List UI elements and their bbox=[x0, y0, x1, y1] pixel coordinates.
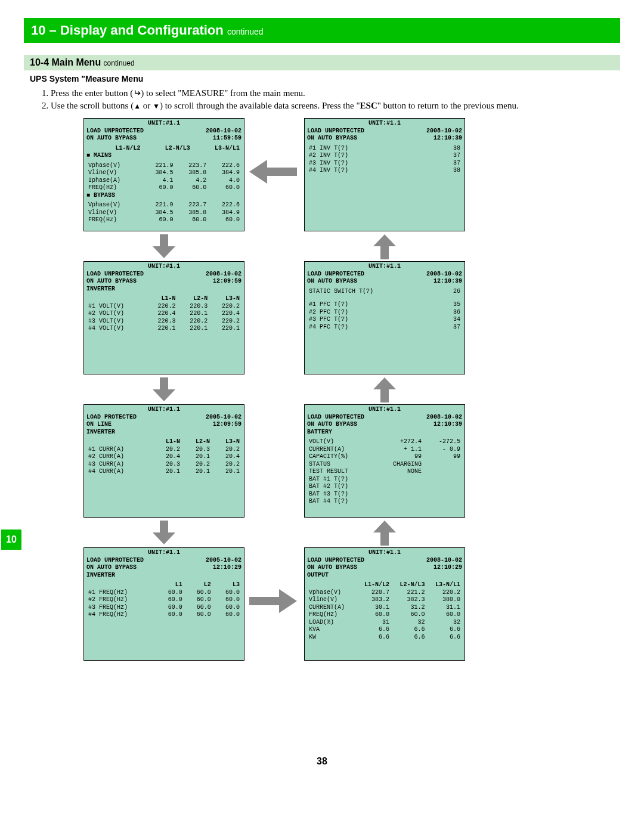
screen-inverter-freq: UNIT:#1.1 LOAD UNPROTECTED2005-10-02 ON … bbox=[83, 547, 244, 661]
subsection-number: 10-4 bbox=[30, 57, 49, 67]
screen-pfc-temp: UNIT:#1.1 LOAD UNPROTECTED2008-10-02 ON … bbox=[304, 261, 465, 374]
arrow-left-icon bbox=[249, 160, 297, 184]
down-triangle-icon: ▼ bbox=[153, 102, 160, 110]
screen-output: UNIT:#1.1 LOAD UNPROTECTED2008-10-02 ON … bbox=[304, 547, 465, 661]
screen-inverter-volt: UNIT:#1.1 LOAD UNPROTECTED2008-10-02 ON … bbox=[83, 261, 244, 374]
arrow-up-icon bbox=[370, 521, 400, 546]
up-triangle-icon: ▲ bbox=[134, 102, 141, 110]
arrow-up-icon bbox=[370, 234, 400, 259]
arrow-up-icon bbox=[370, 377, 400, 402]
arrow-down-icon bbox=[149, 521, 179, 546]
screen-mains-bypass: UNIT:#1.1 LOAD UNPROTECTED2008-10-02 ON … bbox=[83, 118, 244, 231]
arrow-down-icon bbox=[149, 377, 179, 402]
step-1: 1. Press the enter button (↵) to select … bbox=[42, 87, 620, 100]
enter-icon: ↵ bbox=[133, 87, 141, 100]
screen-battery: UNIT:#1.1 LOAD UNPROTECTED2008-10-02 ON … bbox=[304, 404, 465, 518]
section-title-text: Display and Configuration bbox=[60, 23, 224, 38]
continued-label: continued bbox=[227, 27, 264, 36]
subsection-title: Main Menu bbox=[51, 57, 101, 67]
section-number: 10 bbox=[31, 23, 45, 38]
screen-inv-temp: UNIT:#1.1 LOAD UNPROTECTED2008-10-02 ON … bbox=[304, 118, 465, 231]
section-title: 10 – Display and Configuration continued bbox=[24, 18, 620, 43]
step-2: 2. Use the scroll buttons (▲ or ▼) to sc… bbox=[42, 100, 620, 112]
screen-inverter-curr: UNIT:#1.1 LOAD PROTECTED2005-10-02 ON LI… bbox=[83, 404, 244, 518]
subsection-bar: 10-4 Main Menu continued bbox=[24, 55, 620, 70]
arrow-right-icon bbox=[249, 589, 297, 613]
side-tab: 10 bbox=[1, 529, 21, 550]
page-number: 38 bbox=[24, 756, 620, 767]
measure-menu-heading: UPS System "Measure Menu bbox=[30, 74, 620, 83]
screens-diagram: 10 UNIT:#1.1 LOAD UNPROTECTED2008-10-02 … bbox=[24, 118, 620, 750]
continued-label-2: continued bbox=[104, 59, 135, 67]
arrow-down-icon bbox=[149, 234, 179, 259]
